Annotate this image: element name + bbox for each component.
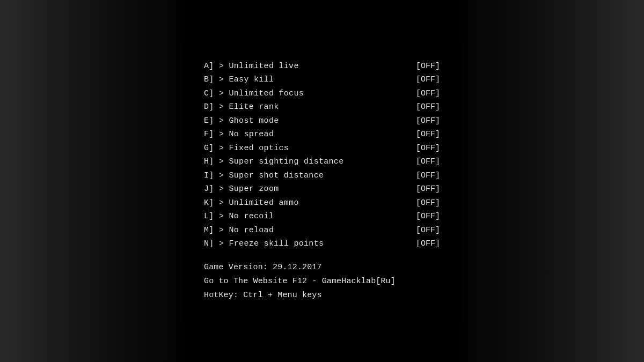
menu-item[interactable]: M] > No reload[OFF] [204, 224, 440, 238]
menu-item-label: C] > Unlimited focus [204, 87, 304, 101]
menu-item-label: J] > Super zoom [204, 182, 279, 196]
menu-item-label: L] > No recoil [204, 210, 274, 224]
website-line: Go to The Website F12 - GameHacklab[Ru] [204, 275, 440, 289]
menu-item-label: A] > Unlimited live [204, 60, 299, 73]
menu-item-status: [OFF] [416, 100, 440, 114]
menu-item-status: [OFF] [416, 155, 440, 169]
menu-item-status: [OFF] [416, 224, 440, 238]
background: A] > Unlimited live[OFF]B] > Easy kill[O… [0, 0, 644, 362]
menu-list: A] > Unlimited live[OFF]B] > Easy kill[O… [204, 60, 440, 251]
menu-item[interactable]: G] > Fixed optics[OFF] [204, 142, 440, 156]
menu-item-label: D] > Elite rank [204, 100, 279, 114]
hotkey-line: HotKey: Ctrl + Menu keys [204, 289, 440, 302]
menu-item-label: M] > No reload [204, 224, 274, 238]
menu-item-status: [OFF] [416, 87, 440, 101]
menu-item-label: N] > Freeze skill points [204, 237, 324, 251]
menu-item-status: [OFF] [416, 196, 440, 210]
menu-item[interactable]: F] > No spread[OFF] [204, 128, 440, 142]
menu-item-status: [OFF] [416, 182, 440, 196]
menu-item[interactable]: E] > Ghost mode[OFF] [204, 114, 440, 128]
version-line: Game Version: 29.12.2017 [204, 261, 440, 275]
menu-item-label: F] > No spread [204, 128, 274, 142]
menu-item[interactable]: I] > Super shot distance[OFF] [204, 169, 440, 183]
menu-item[interactable]: D] > Elite rank[OFF] [204, 100, 440, 114]
menu-item[interactable]: N] > Freeze skill points[OFF] [204, 237, 440, 251]
menu-item-label: I] > Super shot distance [204, 169, 324, 183]
menu-item-status: [OFF] [416, 73, 440, 87]
menu-item-label: H] > Super sighting distance [204, 155, 343, 169]
menu-item-status: [OFF] [416, 169, 440, 183]
menu-item[interactable]: H] > Super sighting distance[OFF] [204, 155, 440, 169]
menu-item-label: K] > Unlimited ammo [204, 196, 299, 210]
menu-item-label: G] > Fixed optics [204, 142, 289, 156]
menu-item-status: [OFF] [416, 60, 440, 73]
menu-item-status: [OFF] [416, 128, 440, 142]
menu-item-status: [OFF] [416, 142, 440, 156]
menu-item[interactable]: L] > No recoil[OFF] [204, 210, 440, 224]
menu-item-status: [OFF] [416, 210, 440, 224]
menu-item[interactable]: A] > Unlimited live[OFF] [204, 60, 440, 73]
menu-item[interactable]: B] > Easy kill[OFF] [204, 73, 440, 87]
menu-item[interactable]: K] > Unlimited ammo[OFF] [204, 196, 440, 210]
menu-item-label: B] > Easy kill [204, 73, 274, 87]
menu-item[interactable]: C] > Unlimited focus[OFF] [204, 87, 440, 101]
footer-section: Game Version: 29.12.2017 Go to The Websi… [204, 261, 440, 303]
menu-item-label: E] > Ghost mode [204, 114, 279, 128]
menu-item[interactable]: J] > Super zoom[OFF] [204, 182, 440, 196]
menu-item-status: [OFF] [416, 237, 440, 251]
menu-item-status: [OFF] [416, 114, 440, 128]
cheat-menu-panel: A] > Unlimited live[OFF]B] > Easy kill[O… [182, 42, 462, 320]
